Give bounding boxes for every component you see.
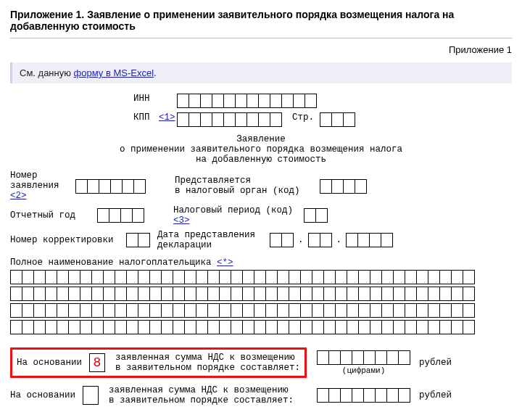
- amount-cells-1[interactable]: [317, 350, 410, 365]
- payer-name-row2[interactable]: [10, 287, 512, 301]
- correction-cells[interactable]: [126, 233, 150, 247]
- basis-value-cell[interactable]: 8: [89, 353, 105, 372]
- note-prefix: См. данную: [20, 67, 74, 78]
- decl-date-month[interactable]: [308, 233, 332, 247]
- basis-text2-r2: в заявительном порядке составляет:: [109, 395, 294, 405]
- digits-label: (цифрами): [342, 366, 385, 375]
- period-footnote[interactable]: <3>: [173, 215, 190, 226]
- basis-text1: заявленная сумма НДС к возмещению: [115, 353, 300, 363]
- decl-date-year[interactable]: [346, 233, 393, 247]
- ms-excel-link[interactable]: форму в MS-Excel: [74, 67, 154, 78]
- presented-label2: в налоговый орган (код): [175, 186, 320, 196]
- inn-label: ИНН: [133, 94, 177, 104]
- rub-label-2: рублей: [419, 390, 452, 400]
- payer-footnote[interactable]: <*>: [217, 258, 233, 268]
- inn-cells[interactable]: [177, 94, 317, 108]
- decl-date-label2: декларации: [157, 240, 270, 250]
- basis-text2: в заявительном порядке составляет:: [115, 363, 300, 373]
- amount-cells-2[interactable]: [317, 388, 410, 403]
- kpp-label: КПП: [133, 112, 159, 123]
- basis-value-cell-2[interactable]: [83, 386, 99, 405]
- page-cells[interactable]: [320, 112, 355, 127]
- date-sep: .: [332, 235, 347, 245]
- correction-label: Номер корректировки: [10, 235, 126, 245]
- tax-authority-cells[interactable]: [320, 179, 367, 194]
- form-title: Заявление о применении заявительного пор…: [10, 134, 512, 165]
- ms-excel-note: См. данную форму в MS-Excel.: [10, 62, 512, 83]
- period-label: Налоговый период (код): [173, 205, 293, 215]
- year-label: Отчетный год: [10, 210, 97, 221]
- note-suffix: .: [154, 67, 157, 78]
- app-number-footnote[interactable]: <2>: [10, 191, 27, 201]
- basis-text1-r2: заявленная сумма НДС к возмещению: [109, 385, 294, 395]
- divider: [10, 38, 512, 38]
- year-cells[interactable]: [97, 208, 144, 223]
- highlighted-basis-row: На основании 8 заявленная сумма НДС к во…: [10, 347, 307, 378]
- payer-name-row4[interactable]: [10, 320, 512, 334]
- period-cells[interactable]: [304, 208, 328, 223]
- appendix-label: Приложение 1: [10, 44, 512, 55]
- presented-label1: Представляется: [175, 176, 320, 186]
- app-number-label1: Номер: [10, 170, 75, 181]
- payer-label: Полное наименование налогоплательщика: [10, 258, 212, 268]
- decl-date-label1: Дата представления: [157, 230, 270, 240]
- basis-label-2: На основании: [10, 390, 75, 400]
- app-number-cells[interactable]: [75, 179, 146, 194]
- date-sep: .: [294, 235, 308, 245]
- kpp-footnote-link[interactable]: <1>: [159, 112, 177, 123]
- basis-label: На основании: [17, 358, 82, 368]
- kpp-cells[interactable]: [177, 112, 282, 127]
- decl-date-day[interactable]: [270, 233, 294, 247]
- page-label: Стр.: [291, 112, 320, 123]
- payer-name-row1[interactable]: [10, 270, 512, 284]
- page-title: Приложение 1. Заявление о применении зая…: [10, 9, 512, 32]
- app-number-label2: заявления: [10, 181, 59, 191]
- payer-name-row3[interactable]: [10, 303, 512, 318]
- rub-label: рублей: [419, 358, 452, 368]
